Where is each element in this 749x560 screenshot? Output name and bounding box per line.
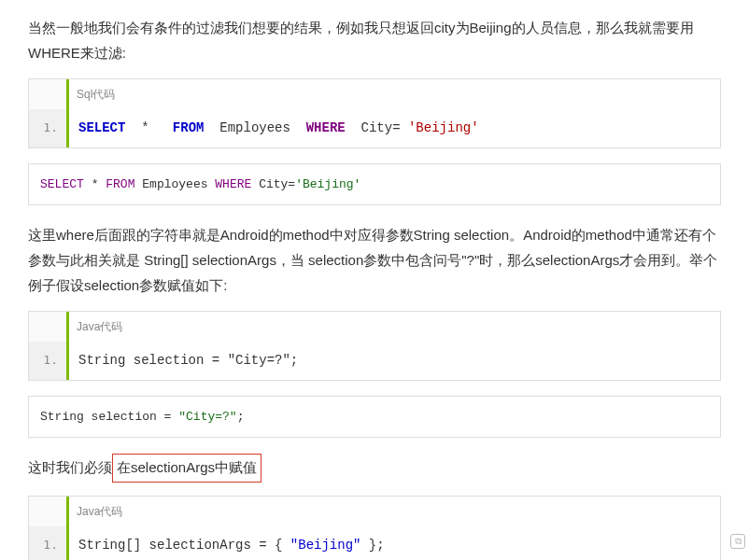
code-label-sql: Sql代码 (66, 79, 720, 109)
code-row: 1. String selection = "City=?"; (29, 342, 720, 380)
code-content-java-2: String[] selectionArgs = { "Beijing" }; (66, 526, 720, 560)
highlight-box: 在selectionArgs中赋值 (112, 454, 261, 483)
code-row: 1. SELECT * FROM Employees WHERE City= '… (29, 109, 720, 147)
code-block-java-2: Java代码 1. String[] selectionArgs = { "Be… (28, 496, 721, 560)
paragraph-where-intro: 当然一般地我们会有条件的过滤我们想要的结果，例如我只想返回city为Beijin… (28, 15, 721, 65)
code-lineno: 1. (29, 109, 66, 147)
code-block-java-1: Java代码 1. String selection = "City=?"; (28, 311, 721, 381)
paragraph-must-assign: 这时我们必须在selectionArgs中赋值 (28, 455, 721, 483)
paragraph-selectionargs: 这里where后面跟的字符串就是Android的method中对应得参数Stri… (28, 222, 721, 298)
code-lineno: 1. (29, 526, 66, 560)
copy-icon[interactable]: ⧉ (730, 534, 745, 549)
code-label-java: Java代码 (66, 312, 720, 342)
code-lineno: 1. (29, 342, 66, 380)
code-content-sql: SELECT * FROM Employees WHERE City= 'Bei… (66, 109, 720, 147)
plain-code-java-1: String selection = "City=?"; (28, 396, 721, 438)
code-row: 1. String[] selectionArgs = { "Beijing" … (29, 526, 720, 560)
code-block-sql: Sql代码 1. SELECT * FROM Employees WHERE C… (28, 78, 721, 148)
code-content-java-1: String selection = "City=?"; (66, 342, 720, 380)
plain-code-sql: SELECT * FROM Employees WHERE City='Beij… (28, 163, 721, 205)
code-label-java: Java代码 (66, 497, 720, 526)
